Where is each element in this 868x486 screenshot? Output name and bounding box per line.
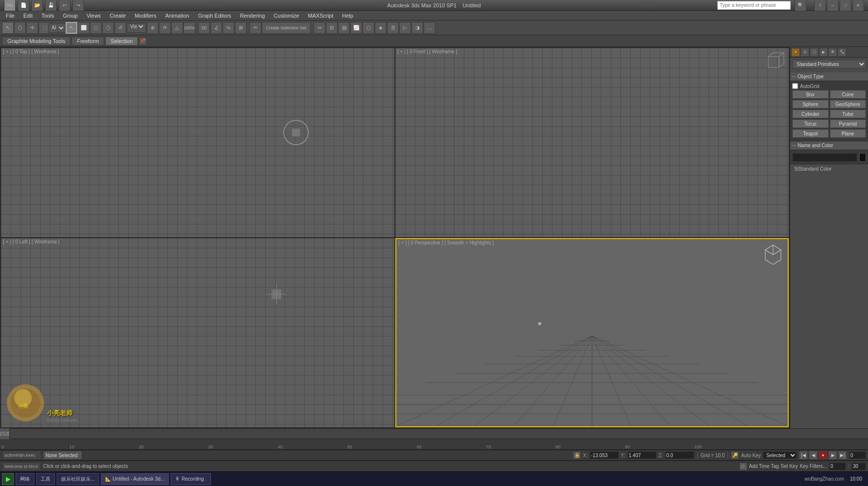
x-coord-input[interactable]: [590, 451, 619, 459]
activeshade-btn[interactable]: ◑: [411, 22, 423, 34]
undo-btn[interactable]: ↩: [59, 0, 70, 11]
rp-motion-btn[interactable]: ▶: [819, 48, 828, 57]
rp-hierarchy-btn[interactable]: ⬡: [810, 48, 819, 57]
btn-teapot[interactable]: Teapot: [792, 129, 829, 138]
minimize-btn[interactable]: ─: [827, 0, 839, 11]
rotate-btn[interactable]: ⟳: [159, 22, 171, 34]
taskbar-entertainment[interactable]: 娱乐社区娱乐...: [57, 473, 99, 485]
z-coord-input[interactable]: [665, 451, 694, 459]
taskbar-network[interactable]: 网络: [16, 473, 34, 485]
rp-create-btn[interactable]: ✦: [791, 48, 800, 57]
open-btn[interactable]: 📂: [31, 0, 43, 11]
snap-spinner-btn[interactable]: ⊞: [235, 22, 247, 34]
btn-torus[interactable]: Torus: [792, 119, 829, 128]
anim-next-btn[interactable]: ▶|: [838, 451, 847, 460]
menu-help[interactable]: Help: [338, 12, 357, 19]
new-btn[interactable]: 📄: [18, 0, 29, 11]
object-name-input[interactable]: [792, 153, 857, 162]
btn-geosphere[interactable]: GeoSphere: [830, 100, 867, 109]
viewport-left[interactable]: [ + ] [ 0 Left ] [ Wireframe ]: [1, 238, 394, 427]
mini-btn[interactable]: ◻: [739, 463, 747, 470]
percent-btn[interactable]: 100%: [183, 22, 195, 34]
start-button[interactable]: ▶: [2, 473, 14, 485]
snap-angle-btn[interactable]: ∠: [210, 22, 222, 34]
menu-rendering[interactable]: Rendering: [236, 12, 269, 19]
tab-selection[interactable]: Selection: [105, 37, 138, 45]
save-btn[interactable]: 💾: [45, 0, 57, 11]
filter-dropdown-btn[interactable]: All: [51, 22, 63, 34]
rp-display-btn[interactable]: 👁: [828, 48, 837, 57]
search-input[interactable]: [717, 1, 791, 10]
anim-start-btn[interactable]: |◀: [799, 451, 808, 460]
autogrid-checkbox[interactable]: [792, 83, 798, 89]
curve-editor-btn[interactable]: 📈: [350, 22, 362, 34]
btn-plane[interactable]: Plane: [830, 129, 867, 138]
taskbar-3dsmax[interactable]: 📐 Untitled - Autodesk 3d...: [101, 473, 169, 485]
menu-tools[interactable]: Tools: [38, 12, 58, 19]
menu-file[interactable]: File: [2, 12, 19, 19]
help-btn[interactable]: ?: [814, 0, 826, 11]
btn-cone[interactable]: Cone: [830, 90, 867, 99]
move-btn[interactable]: ✛: [26, 22, 38, 34]
create-sel-set-btn[interactable]: Create Selection Set: [262, 22, 311, 34]
frame-rate-input[interactable]: [851, 463, 866, 470]
filter-select[interactable]: All: [48, 23, 66, 33]
viewport-top[interactable]: [ + ] [ 0 Top ] [ Wireframe ]: [1, 48, 394, 237]
taskbar-recording[interactable]: 🎙 Recording .: [171, 473, 211, 485]
anim-play-btn[interactable]: ▶: [828, 451, 837, 460]
btn-cylinder[interactable]: Cylinder: [792, 110, 829, 118]
taskbar-tools[interactable]: 工具: [36, 473, 55, 485]
y-coord-input[interactable]: [627, 451, 657, 459]
close-btn[interactable]: ✕: [852, 0, 864, 11]
toggle-btn[interactable]: ⬡: [102, 22, 114, 34]
btn-box[interactable]: Box: [792, 90, 829, 99]
render-btn[interactable]: ▷: [399, 22, 411, 34]
menu-graph-editors[interactable]: Graph Editors: [194, 12, 235, 19]
selected-dropdown[interactable]: Selected: [763, 451, 797, 459]
frame-count-input[interactable]: [829, 463, 846, 470]
btn-tube[interactable]: Tube: [830, 110, 867, 118]
anim-record-btn[interactable]: ●: [819, 451, 827, 460]
app-icon[interactable]: 3ds: [4, 0, 16, 11]
align-btn[interactable]: ⊟: [326, 22, 338, 34]
viewport-perspective[interactable]: [ + ] [ 0 Perspective ] [ Smooth + Highl…: [395, 238, 789, 427]
window-btn[interactable]: ◻: [90, 22, 102, 34]
select-region-btn[interactable]: ⬜: [78, 22, 90, 34]
menu-modifiers[interactable]: Modifiers: [131, 12, 160, 19]
render-setup-btn[interactable]: ☰: [387, 22, 399, 34]
key-icon[interactable]: 🔑: [731, 451, 739, 459]
snap-3d-btn[interactable]: 3D: [198, 22, 210, 34]
tab-pin-btn[interactable]: 📌: [139, 37, 147, 45]
rp-modify-btn[interactable]: ⊙: [800, 48, 809, 57]
frame-input[interactable]: [849, 451, 866, 459]
select-mode-btn[interactable]: ↖: [2, 22, 14, 34]
view-select[interactable]: View: [127, 23, 146, 33]
rp-name-color-header[interactable]: ─ Name and Color: [790, 141, 868, 150]
btn-pyramid[interactable]: Pyramid: [830, 119, 867, 128]
transform-btn[interactable]: ⊕: [147, 22, 159, 34]
redo-btn[interactable]: ↪: [72, 0, 84, 11]
color-swatch[interactable]: [859, 153, 866, 162]
anim-prev-btn[interactable]: ◀: [809, 451, 818, 460]
snap-percent-btn[interactable]: %: [223, 22, 234, 34]
timeline-left-btn[interactable]: 0/100: [0, 428, 10, 439]
menu-customize[interactable]: Customize: [270, 12, 303, 19]
maximize-btn[interactable]: □: [840, 0, 851, 11]
btn-sphere[interactable]: Sphere: [792, 100, 829, 109]
menu-group[interactable]: Group: [59, 12, 82, 19]
extra-btn[interactable]: …: [424, 22, 435, 34]
primitives-dropdown[interactable]: Standard Primitives: [792, 60, 866, 68]
layer-btn[interactable]: ▤: [338, 22, 350, 34]
menu-animation[interactable]: Animation: [161, 12, 193, 19]
menu-create[interactable]: Create: [106, 12, 130, 19]
menu-edit[interactable]: Edit: [20, 12, 37, 19]
rp-object-type-header[interactable]: ─ Object Type: [790, 72, 868, 81]
tab-freeform[interactable]: Freeform: [71, 37, 104, 45]
select-filter-btn[interactable]: ⬡: [14, 22, 26, 34]
material-btn[interactable]: ◈: [375, 22, 387, 34]
schematic-btn[interactable]: ⬡: [363, 22, 374, 34]
lock-btn[interactable]: 🔒: [573, 451, 581, 459]
menu-maxscript[interactable]: MAXScript: [304, 12, 337, 19]
scale-btn[interactable]: △: [171, 22, 183, 34]
cycle-btn[interactable]: ↺: [114, 22, 126, 34]
